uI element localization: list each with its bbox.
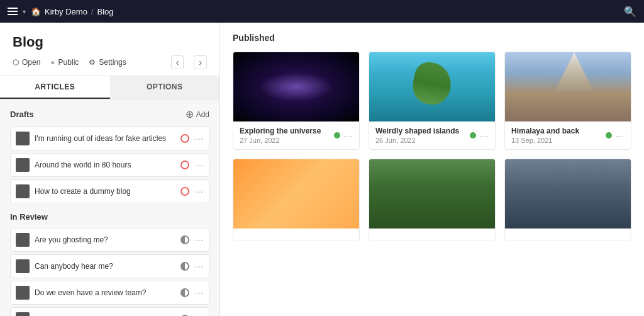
drafts-title: Drafts <box>10 110 34 119</box>
hamburger-menu[interactable] <box>8 8 18 15</box>
settings-icon: ⚙ <box>89 58 96 67</box>
card-islands[interactable]: Weirdly shaped islands 26 Jun, 2022 ··· <box>369 52 496 150</box>
tab-options[interactable]: OPTIONS <box>110 76 220 99</box>
drafts-list: I'm running out of ideas for fake articl… <box>10 127 209 203</box>
breadcrumb-separator: / <box>91 7 94 16</box>
card-title: Himalaya and back <box>511 127 606 135</box>
item-label: I'm running out of ideas for fake articl… <box>35 134 175 143</box>
status-dot <box>180 288 189 297</box>
card-info <box>240 234 353 235</box>
more-button[interactable]: ··· <box>194 160 204 170</box>
card-body: Himalaya and back 13 Sep, 2021 ··· <box>505 121 631 149</box>
card-date: 13 Sep, 2021 <box>511 137 606 144</box>
card-image-universe <box>233 52 359 121</box>
breadcrumb: 🏠 Kirby Demo / Blog <box>31 7 114 16</box>
open-label: Open <box>22 58 40 67</box>
card-body <box>369 229 495 240</box>
card-image-islands <box>369 52 495 121</box>
card-more-button[interactable]: ··· <box>616 131 625 140</box>
tabs-bar: ARTICLES OPTIONS <box>0 76 219 99</box>
topbar: ▾ 🏠 Kirby Demo / Blog 🔍 <box>0 0 644 23</box>
item-thumbnail <box>16 132 30 145</box>
list-item[interactable]: Are you ghosting me? ··· <box>10 228 209 252</box>
published-title: Published <box>233 33 631 43</box>
public-action[interactable]: ● Public <box>50 58 79 67</box>
add-draft-button[interactable]: ⊕ Add <box>186 108 209 120</box>
card-5[interactable] <box>369 159 496 240</box>
more-button[interactable]: ··· <box>194 261 204 271</box>
item-label: Are you ghosting me? <box>35 235 175 244</box>
card-actions: ··· <box>334 131 353 140</box>
item-thumbnail <box>16 184 30 198</box>
card-more-button[interactable]: ··· <box>344 131 353 140</box>
more-button[interactable]: ··· <box>194 288 204 298</box>
card-universe[interactable]: Exploring the universe 27 Jun, 2022 ··· <box>233 52 360 150</box>
card-title: Weirdly shaped islands <box>375 127 470 135</box>
breadcrumb-site: Kirby Demo <box>45 7 87 16</box>
card-info: Himalaya and back 13 Sep, 2021 <box>511 127 606 144</box>
in-review-title: In Review <box>10 212 48 222</box>
card-body <box>505 229 631 240</box>
list-item[interactable]: Around the world in 80 hours ··· <box>10 153 209 177</box>
more-button[interactable]: ··· <box>194 186 204 196</box>
published-grid-row-2 <box>233 159 631 240</box>
menu-chevron-icon: ▾ <box>23 8 26 15</box>
published-status-dot <box>606 132 612 138</box>
card-more-button[interactable]: ··· <box>480 131 489 140</box>
articles-panel: Drafts ⊕ Add I'm running out of ideas fo… <box>0 99 220 316</box>
card-date: 26 Jun, 2022 <box>375 137 470 144</box>
published-status-dot <box>470 132 476 138</box>
item-label: Around the world in 80 hours <box>35 161 175 169</box>
more-button[interactable]: ··· <box>194 235 204 245</box>
list-item[interactable]: I'm running out of ideas for fake articl… <box>10 127 209 150</box>
item-thumbnail <box>16 259 30 273</box>
card-4[interactable] <box>233 159 360 240</box>
open-action[interactable]: ⬡ Open <box>13 58 40 67</box>
public-icon: ● <box>50 58 55 67</box>
page-title: Blog <box>13 34 207 50</box>
status-dot <box>180 134 189 143</box>
tab-articles[interactable]: ARTICLES <box>0 76 110 99</box>
status-dot <box>180 161 189 169</box>
open-icon: ⬡ <box>13 58 19 67</box>
search-button[interactable]: 🔍 <box>624 6 636 18</box>
add-icon: ⊕ <box>186 108 194 120</box>
drafts-header: Drafts ⊕ Add <box>10 108 209 120</box>
home-icon[interactable]: 🏠 <box>31 7 41 16</box>
published-status-dot <box>334 132 340 138</box>
nav-prev-button[interactable]: ‹ <box>171 55 184 69</box>
more-button[interactable]: ··· <box>194 133 204 144</box>
nav-next-button[interactable]: › <box>194 55 207 69</box>
published-panel: Published Exploring the universe 27 Jun,… <box>220 23 644 316</box>
settings-action[interactable]: ⚙ Settings <box>89 58 126 67</box>
list-item[interactable]: Can anybody hear me? ··· <box>10 254 209 278</box>
in-review-list: Are you ghosting me? ··· Can anybody hea… <box>10 228 209 316</box>
card-info <box>375 234 489 235</box>
list-item[interactable]: How to create a dummy blog ··· <box>10 179 209 203</box>
card-image-mountain <box>505 52 631 121</box>
card-image-forest <box>369 159 495 229</box>
item-thumbnail <box>16 312 30 316</box>
card-image-orange <box>233 159 359 229</box>
card-6[interactable] <box>504 159 631 240</box>
published-grid-row-1: Exploring the universe 27 Jun, 2022 ··· … <box>233 52 631 150</box>
add-label: Add <box>196 110 209 119</box>
status-dot <box>180 262 189 271</box>
card-actions: ··· <box>606 131 625 140</box>
list-item[interactable]: Do we even have a review team? ··· <box>10 281 209 305</box>
card-actions: ··· <box>470 131 489 140</box>
settings-label: Settings <box>99 58 126 67</box>
card-title: Exploring the universe <box>240 127 334 135</box>
card-body: Weirdly shaped islands 26 Jun, 2022 ··· <box>369 121 495 149</box>
list-item[interactable]: I need someone to review this! ··· <box>10 307 209 316</box>
page-header: Blog ⬡ Open ● Public ⚙ Settings ‹ › <box>0 23 219 76</box>
card-body <box>233 229 359 240</box>
item-label: How to create a dummy blog <box>35 187 175 196</box>
status-dot <box>180 187 189 196</box>
item-thumbnail <box>16 158 30 172</box>
item-label: Can anybody hear me? <box>35 262 175 271</box>
sidebar: Blog ⬡ Open ● Public ⚙ Settings ‹ › <box>0 23 220 316</box>
card-info: Weirdly shaped islands 26 Jun, 2022 <box>375 127 470 144</box>
card-himalaya[interactable]: Himalaya and back 13 Sep, 2021 ··· <box>504 52 631 150</box>
card-body: Exploring the universe 27 Jun, 2022 ··· <box>233 121 359 149</box>
